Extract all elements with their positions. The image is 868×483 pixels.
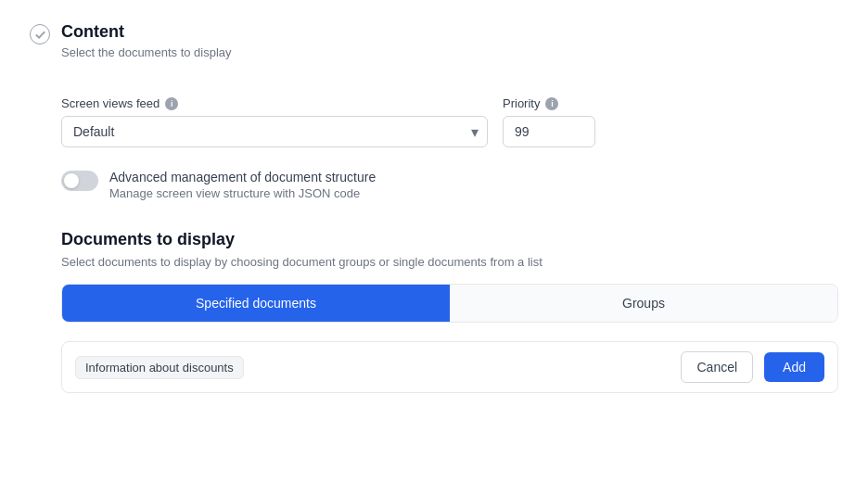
form-section: Screen views feed i Default Custom All ▾…	[61, 96, 838, 393]
toggle-subtitle: Manage screen view structure with JSON c…	[109, 186, 376, 200]
tabs-row: Specified documents Groups	[61, 284, 838, 323]
tab-specified-documents[interactable]: Specified documents	[62, 285, 450, 322]
page-subtitle: Select the documents to display	[61, 45, 232, 59]
tab-groups[interactable]: Groups	[450, 285, 837, 322]
priority-label: Priority i	[503, 96, 595, 110]
feed-info-icon[interactable]: i	[165, 97, 178, 110]
priority-input[interactable]	[503, 116, 595, 147]
page-container: Content Select the documents to display …	[0, 0, 868, 434]
feed-label: Screen views feed i	[61, 96, 488, 110]
priority-group: Priority i	[503, 96, 595, 147]
document-tag: Information about discounts	[75, 356, 244, 379]
cancel-button[interactable]: Cancel	[681, 351, 753, 383]
documents-section: Documents to display Select documents to…	[61, 230, 838, 393]
feed-select-wrapper: Default Custom All ▾	[61, 116, 488, 147]
documents-subtitle: Select documents to display by choosing …	[61, 255, 838, 269]
toggle-row: Advanced management of document structur…	[61, 170, 838, 200]
check-icon	[30, 24, 50, 44]
documents-title: Documents to display	[61, 230, 838, 249]
header-section: Content Select the documents to display	[30, 22, 838, 59]
header-text: Content Select the documents to display	[61, 22, 232, 59]
feed-select[interactable]: Default Custom All	[61, 116, 488, 147]
feed-priority-row: Screen views feed i Default Custom All ▾…	[61, 96, 838, 147]
document-input-row: Information about discounts Cancel Add	[61, 341, 838, 393]
toggle-slider	[61, 171, 98, 191]
advanced-toggle[interactable]	[61, 171, 98, 191]
toggle-title: Advanced management of document structur…	[109, 170, 376, 184]
priority-info-icon[interactable]: i	[545, 97, 558, 110]
page-title: Content	[61, 22, 232, 42]
feed-group: Screen views feed i Default Custom All ▾	[61, 96, 488, 147]
add-button[interactable]: Add	[764, 352, 824, 382]
toggle-text: Advanced management of document structur…	[109, 170, 376, 200]
